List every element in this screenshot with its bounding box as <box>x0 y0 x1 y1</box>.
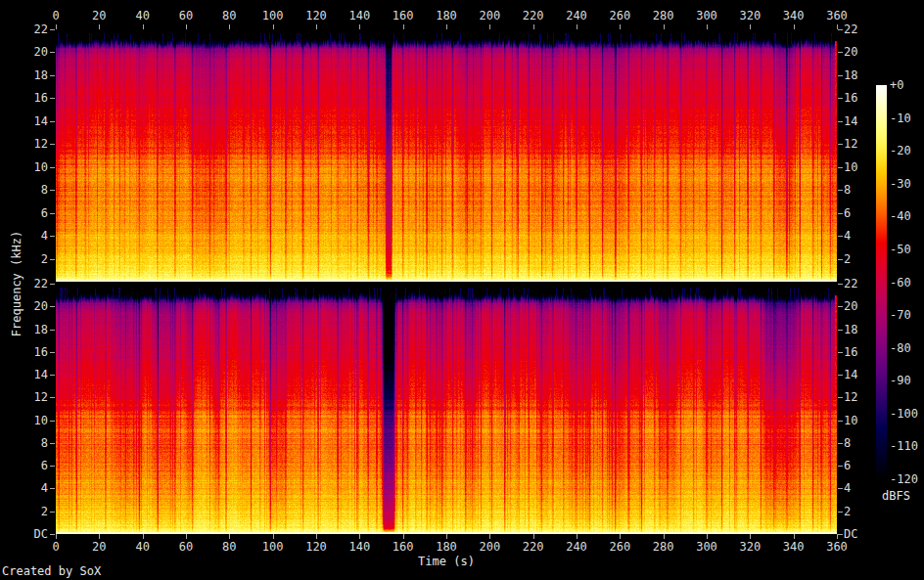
freq-tick-label-right: 12 <box>844 390 857 404</box>
time-tick-label-top: 320 <box>739 9 761 22</box>
time-tick-label-top: 260 <box>609 9 630 22</box>
freq-tick-mark-right <box>838 330 843 331</box>
time-tick-mark-bottom <box>273 534 274 539</box>
freq-tick-mark-left <box>50 75 55 76</box>
time-tick-mark-bottom <box>446 534 447 539</box>
time-tick-mark-bottom <box>186 534 187 539</box>
time-tick-label-bottom: 220 <box>523 540 544 554</box>
time-tick-mark-bottom <box>99 534 100 539</box>
colorbar-tick-label: -50 <box>890 243 911 256</box>
freq-tick-label-left: 8 <box>0 183 48 197</box>
freq-tick-mark-left <box>50 466 55 467</box>
freq-tick-label-left: 6 <box>0 459 48 472</box>
time-tick-label-bottom: 20 <box>92 540 106 554</box>
freq-tick-label-left: 14 <box>0 368 48 381</box>
freq-tick-label-right: 12 <box>844 137 857 151</box>
time-tick-label-bottom: 340 <box>783 540 805 554</box>
freq-tick-label-left: 18 <box>0 68 48 82</box>
time-tick-mark-top <box>273 24 274 29</box>
freq-tick-label-right: 2 <box>844 252 851 266</box>
freq-tick-label-left: 10 <box>0 414 48 427</box>
freq-tick-label-right: 6 <box>844 206 851 220</box>
time-tick-label-top: 180 <box>436 9 457 22</box>
freq-tick-mark-right <box>838 306 843 307</box>
colorbar-tick-label: -120 <box>890 472 918 486</box>
freq-tick-mark-right <box>838 352 843 353</box>
freq-tick-mark-right <box>838 52 843 53</box>
time-tick-label-bottom: 320 <box>739 540 761 554</box>
time-tick-mark-top <box>359 24 360 29</box>
time-tick-mark-bottom <box>143 534 144 539</box>
freq-tick-mark-right <box>838 29 843 30</box>
sox-credit-text: Created by SoX <box>2 564 101 578</box>
colorbar-gradient <box>876 85 887 479</box>
time-tick-mark-top <box>794 24 795 29</box>
time-tick-label-bottom: 260 <box>609 540 630 554</box>
freq-tick-label-left: 2 <box>0 505 48 518</box>
freq-tick-label-right: DC <box>844 527 857 541</box>
freq-tick-label-right: 4 <box>844 229 851 243</box>
time-tick-mark-bottom <box>707 534 708 539</box>
freq-tick-mark-left <box>50 121 55 122</box>
freq-tick-mark-left <box>50 330 55 331</box>
colorbar-tick-label: -60 <box>890 276 911 290</box>
colorbar-tick-label: -90 <box>890 374 911 387</box>
time-tick-label-top: 340 <box>783 9 805 22</box>
freq-tick-label-right: 20 <box>844 45 857 59</box>
freq-tick-mark-right <box>838 466 843 467</box>
time-tick-mark-bottom <box>56 534 57 539</box>
time-tick-mark-top <box>577 24 578 29</box>
time-tick-mark-bottom <box>577 534 578 539</box>
time-tick-mark-top <box>316 24 317 29</box>
freq-tick-label-left: 16 <box>0 345 48 359</box>
freq-tick-mark-right <box>838 421 843 422</box>
freq-tick-mark-left <box>50 306 55 307</box>
colorbar-tick-label: -100 <box>890 407 918 421</box>
colorbar-tick-label: -10 <box>890 112 911 125</box>
time-tick-mark-top <box>186 24 187 29</box>
time-tick-label-bottom: 100 <box>262 540 284 554</box>
time-tick-mark-bottom <box>620 534 621 539</box>
time-tick-mark-top <box>403 24 404 29</box>
freq-tick-label-right: 4 <box>844 481 851 495</box>
freq-tick-mark-left <box>50 512 55 513</box>
time-tick-label-bottom: 240 <box>566 540 587 554</box>
spectrogram-channel-1 <box>56 29 837 282</box>
freq-tick-label-left: DC <box>0 527 48 541</box>
time-tick-mark-top <box>143 24 144 29</box>
time-tick-label-bottom: 140 <box>348 540 370 554</box>
time-tick-label-bottom: 60 <box>179 540 193 554</box>
freq-tick-label-left: 6 <box>0 206 48 220</box>
time-tick-mark-bottom <box>533 534 534 539</box>
time-tick-label-top: 60 <box>179 9 193 22</box>
freq-tick-mark-right <box>838 284 843 285</box>
freq-tick-label-right: 10 <box>844 414 857 427</box>
freq-tick-mark-left <box>50 98 55 99</box>
freq-tick-label-right: 22 <box>844 22 857 36</box>
time-tick-label-bottom: 120 <box>305 540 327 554</box>
freq-tick-mark-left <box>50 421 55 422</box>
time-tick-label-bottom: 80 <box>222 540 236 554</box>
time-tick-label-top: 0 <box>52 9 59 22</box>
freq-tick-label-right: 10 <box>844 160 857 174</box>
sox-spectrogram-figure: 0204060801001201401601802002202402602803… <box>0 0 924 580</box>
freq-tick-mark-left <box>50 213 55 214</box>
freq-tick-label-right: 16 <box>844 345 857 359</box>
freq-tick-mark-right <box>838 213 843 214</box>
freq-tick-mark-right <box>838 75 843 76</box>
freq-tick-label-left: 8 <box>0 436 48 450</box>
time-tick-mark-bottom <box>664 534 665 539</box>
time-tick-mark-bottom <box>489 534 490 539</box>
colorbar-tick-label: -110 <box>890 439 918 453</box>
time-tick-mark-bottom <box>794 534 795 539</box>
time-tick-mark-bottom <box>403 534 404 539</box>
freq-tick-mark-right <box>838 443 843 444</box>
freq-tick-label-left: 20 <box>0 299 48 313</box>
freq-tick-mark-right <box>838 375 843 376</box>
time-tick-label-top: 240 <box>566 9 587 22</box>
freq-tick-label-left: 12 <box>0 137 48 151</box>
freq-tick-mark-right <box>838 190 843 191</box>
freq-tick-label-right: 18 <box>844 68 857 82</box>
freq-tick-label-right: 8 <box>844 183 851 197</box>
freq-tick-mark-right <box>838 534 843 535</box>
